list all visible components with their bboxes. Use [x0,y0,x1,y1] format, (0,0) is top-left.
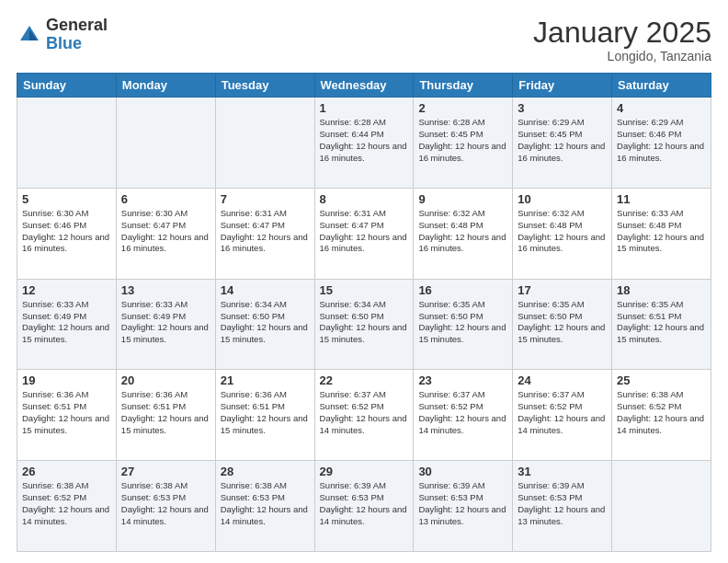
day-number: 30 [418,465,507,478]
calendar: Sunday Monday Tuesday Wednesday Thursday… [17,73,711,552]
day-number: 26 [22,465,111,478]
day-info: Sunrise: 6:38 AM Sunset: 6:53 PM Dayligh… [221,480,310,527]
day-cell: 17Sunrise: 6:35 AM Sunset: 6:50 PM Dayli… [513,279,612,370]
day-info: Sunrise: 6:38 AM Sunset: 6:53 PM Dayligh… [121,480,210,527]
day-number: 14 [221,283,310,297]
logo: General Blue [17,17,108,53]
day-info: Sunrise: 6:32 AM Sunset: 6:48 PM Dayligh… [518,208,607,255]
header: General Blue January 2025 Longido, Tanza… [17,17,711,63]
day-number: 19 [22,373,111,387]
day-number: 23 [418,373,507,387]
day-number: 24 [518,373,607,387]
day-cell: 29Sunrise: 6:39 AM Sunset: 6:53 PM Dayli… [314,461,414,552]
day-info: Sunrise: 6:38 AM Sunset: 6:52 PM Dayligh… [22,480,111,527]
day-cell: 21Sunrise: 6:36 AM Sunset: 6:51 PM Dayli… [215,370,314,461]
calendar-header-row: Sunday Monday Tuesday Wednesday Thursday… [17,74,711,98]
day-info: Sunrise: 6:30 AM Sunset: 6:46 PM Dayligh… [22,208,111,255]
day-info: Sunrise: 6:37 AM Sunset: 6:52 PM Dayligh… [320,389,409,436]
day-info: Sunrise: 6:36 AM Sunset: 6:51 PM Dayligh… [121,389,210,436]
day-cell: 25Sunrise: 6:38 AM Sunset: 6:52 PM Dayli… [612,370,711,461]
week-row-2: 5Sunrise: 6:30 AM Sunset: 6:46 PM Daylig… [17,188,711,279]
day-info: Sunrise: 6:38 AM Sunset: 6:52 PM Dayligh… [617,389,706,436]
day-cell: 23Sunrise: 6:37 AM Sunset: 6:52 PM Dayli… [414,370,513,461]
day-info: Sunrise: 6:37 AM Sunset: 6:52 PM Dayligh… [418,389,507,436]
day-number: 20 [121,373,210,387]
day-number: 6 [121,192,210,206]
day-cell: 3Sunrise: 6:29 AM Sunset: 6:45 PM Daylig… [513,98,612,189]
day-number: 4 [617,101,706,115]
day-number: 25 [617,373,706,387]
col-saturday: Saturday [612,74,711,98]
day-cell: 13Sunrise: 6:33 AM Sunset: 6:49 PM Dayli… [116,279,215,370]
logo-blue: Blue [46,34,82,52]
day-cell: 9Sunrise: 6:32 AM Sunset: 6:48 PM Daylig… [414,188,513,279]
day-number: 28 [221,465,310,478]
day-info: Sunrise: 6:31 AM Sunset: 6:47 PM Dayligh… [320,208,409,255]
day-cell [116,98,215,189]
day-cell: 14Sunrise: 6:34 AM Sunset: 6:50 PM Dayli… [215,279,314,370]
day-number: 1 [320,101,409,115]
day-number: 17 [518,283,607,297]
day-info: Sunrise: 6:31 AM Sunset: 6:47 PM Dayligh… [221,208,310,255]
day-info: Sunrise: 6:35 AM Sunset: 6:50 PM Dayligh… [518,299,607,346]
day-number: 21 [221,373,310,387]
day-cell: 5Sunrise: 6:30 AM Sunset: 6:46 PM Daylig… [17,188,117,279]
day-info: Sunrise: 6:34 AM Sunset: 6:50 PM Dayligh… [320,299,409,346]
day-number: 5 [22,192,111,206]
day-cell: 16Sunrise: 6:35 AM Sunset: 6:50 PM Dayli… [414,279,513,370]
title-block: January 2025 Longido, Tanzania [533,17,711,63]
day-info: Sunrise: 6:33 AM Sunset: 6:49 PM Dayligh… [121,299,210,346]
day-info: Sunrise: 6:34 AM Sunset: 6:50 PM Dayligh… [221,299,310,346]
location: Longido, Tanzania [533,49,711,63]
day-cell: 19Sunrise: 6:36 AM Sunset: 6:51 PM Dayli… [17,370,117,461]
day-number: 11 [617,192,706,206]
day-cell [612,461,711,552]
day-cell: 4Sunrise: 6:29 AM Sunset: 6:46 PM Daylig… [612,98,711,189]
day-cell: 12Sunrise: 6:33 AM Sunset: 6:49 PM Dayli… [17,279,117,370]
day-cell: 28Sunrise: 6:38 AM Sunset: 6:53 PM Dayli… [215,461,314,552]
day-cell: 11Sunrise: 6:33 AM Sunset: 6:48 PM Dayli… [612,188,711,279]
col-thursday: Thursday [414,74,513,98]
day-info: Sunrise: 6:35 AM Sunset: 6:50 PM Dayligh… [418,299,507,346]
day-info: Sunrise: 6:39 AM Sunset: 6:53 PM Dayligh… [518,480,607,527]
day-cell: 24Sunrise: 6:37 AM Sunset: 6:52 PM Dayli… [513,370,612,461]
day-cell: 6Sunrise: 6:30 AM Sunset: 6:47 PM Daylig… [116,188,215,279]
week-row-3: 12Sunrise: 6:33 AM Sunset: 6:49 PM Dayli… [17,279,711,370]
logo-text: General Blue [46,17,108,53]
day-info: Sunrise: 6:28 AM Sunset: 6:44 PM Dayligh… [320,117,409,164]
day-number: 2 [418,101,507,115]
day-number: 8 [320,192,409,206]
day-number: 22 [320,373,409,387]
day-info: Sunrise: 6:30 AM Sunset: 6:47 PM Dayligh… [121,208,210,255]
day-number: 16 [418,283,507,297]
col-wednesday: Wednesday [314,74,414,98]
day-info: Sunrise: 6:29 AM Sunset: 6:46 PM Dayligh… [617,117,706,164]
logo-general: General [46,16,108,34]
day-number: 27 [121,465,210,478]
day-cell: 10Sunrise: 6:32 AM Sunset: 6:48 PM Dayli… [513,188,612,279]
day-number: 18 [617,283,706,297]
week-row-1: 1Sunrise: 6:28 AM Sunset: 6:44 PM Daylig… [17,98,711,189]
week-row-4: 19Sunrise: 6:36 AM Sunset: 6:51 PM Dayli… [17,370,711,461]
day-number: 31 [518,465,607,478]
day-info: Sunrise: 6:36 AM Sunset: 6:51 PM Dayligh… [221,389,310,436]
month-title: January 2025 [533,17,711,49]
day-cell: 2Sunrise: 6:28 AM Sunset: 6:45 PM Daylig… [414,98,513,189]
day-cell: 1Sunrise: 6:28 AM Sunset: 6:44 PM Daylig… [314,98,414,189]
week-row-5: 26Sunrise: 6:38 AM Sunset: 6:52 PM Dayli… [17,461,711,552]
day-info: Sunrise: 6:33 AM Sunset: 6:49 PM Dayligh… [22,299,111,346]
day-cell: 18Sunrise: 6:35 AM Sunset: 6:51 PM Dayli… [612,279,711,370]
day-number: 13 [121,283,210,297]
col-sunday: Sunday [17,74,117,98]
day-info: Sunrise: 6:35 AM Sunset: 6:51 PM Dayligh… [617,299,706,346]
day-cell: 15Sunrise: 6:34 AM Sunset: 6:50 PM Dayli… [314,279,414,370]
day-info: Sunrise: 6:33 AM Sunset: 6:48 PM Dayligh… [617,208,706,255]
day-number: 12 [22,283,111,297]
col-monday: Monday [116,74,215,98]
day-cell: 7Sunrise: 6:31 AM Sunset: 6:47 PM Daylig… [215,188,314,279]
day-number: 29 [320,465,409,478]
day-info: Sunrise: 6:28 AM Sunset: 6:45 PM Dayligh… [418,117,507,164]
day-cell: 31Sunrise: 6:39 AM Sunset: 6:53 PM Dayli… [513,461,612,552]
day-cell: 30Sunrise: 6:39 AM Sunset: 6:53 PM Dayli… [414,461,513,552]
day-info: Sunrise: 6:37 AM Sunset: 6:52 PM Dayligh… [518,389,607,436]
